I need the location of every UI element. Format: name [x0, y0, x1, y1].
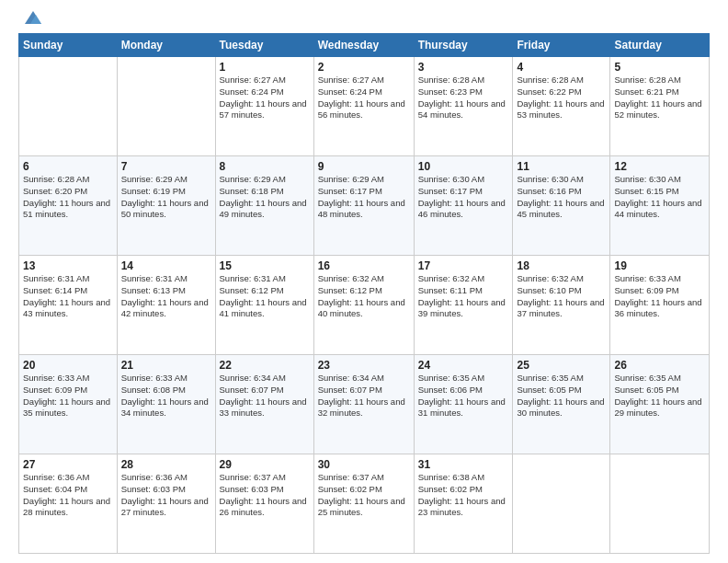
day-number: 18 — [517, 259, 606, 272]
day-info: Sunrise: 6:29 AM Sunset: 6:19 PM Dayligh… — [121, 174, 211, 221]
weekday-header-monday: Monday — [117, 34, 215, 57]
day-info: Sunrise: 6:31 AM Sunset: 6:12 PM Dayligh… — [220, 273, 310, 320]
day-info: Sunrise: 6:32 AM Sunset: 6:12 PM Dayligh… — [318, 273, 410, 320]
weekday-header-thursday: Thursday — [414, 34, 513, 57]
day-number: 9 — [318, 160, 410, 173]
day-cell: 27Sunrise: 6:36 AM Sunset: 6:04 PM Dayli… — [19, 454, 118, 554]
day-info: Sunrise: 6:28 AM Sunset: 6:23 PM Dayligh… — [418, 75, 509, 121]
day-cell: 10Sunrise: 6:30 AM Sunset: 6:17 PM Dayli… — [414, 156, 513, 256]
day-number: 17 — [418, 259, 509, 272]
day-cell: 24Sunrise: 6:35 AM Sunset: 6:06 PM Dayli… — [414, 355, 513, 454]
day-cell: 18Sunrise: 6:32 AM Sunset: 6:10 PM Dayli… — [513, 256, 610, 355]
calendar-table: SundayMondayTuesdayWednesdayThursdayFrid… — [18, 33, 710, 554]
day-info: Sunrise: 6:38 AM Sunset: 6:02 PM Dayligh… — [418, 472, 509, 519]
day-cell: 29Sunrise: 6:37 AM Sunset: 6:03 PM Dayli… — [215, 454, 313, 554]
day-number: 11 — [517, 160, 606, 173]
day-cell — [19, 57, 118, 156]
day-info: Sunrise: 6:34 AM Sunset: 6:07 PM Dayligh… — [220, 373, 310, 419]
day-info: Sunrise: 6:36 AM Sunset: 6:03 PM Dayligh… — [121, 472, 211, 519]
day-info: Sunrise: 6:32 AM Sunset: 6:11 PM Dayligh… — [418, 273, 509, 320]
day-info: Sunrise: 6:27 AM Sunset: 6:24 PM Dayligh… — [318, 75, 410, 121]
day-cell: 6Sunrise: 6:28 AM Sunset: 6:20 PM Daylig… — [19, 156, 118, 256]
day-number: 30 — [318, 458, 410, 471]
day-number: 27 — [23, 458, 113, 471]
day-info: Sunrise: 6:31 AM Sunset: 6:14 PM Dayligh… — [23, 273, 113, 320]
day-info: Sunrise: 6:30 AM Sunset: 6:17 PM Dayligh… — [418, 174, 509, 221]
day-cell: 11Sunrise: 6:30 AM Sunset: 6:16 PM Dayli… — [513, 156, 610, 256]
day-cell: 5Sunrise: 6:28 AM Sunset: 6:21 PM Daylig… — [610, 57, 710, 156]
day-info: Sunrise: 6:33 AM Sunset: 6:09 PM Dayligh… — [23, 373, 113, 419]
day-cell: 3Sunrise: 6:28 AM Sunset: 6:23 PM Daylig… — [414, 57, 513, 156]
week-row-3: 13Sunrise: 6:31 AM Sunset: 6:14 PM Dayli… — [19, 256, 710, 355]
day-number: 5 — [614, 61, 705, 74]
day-info: Sunrise: 6:33 AM Sunset: 6:08 PM Dayligh… — [121, 373, 211, 419]
weekday-header-wednesday: Wednesday — [313, 34, 414, 57]
weekday-header-tuesday: Tuesday — [215, 34, 313, 57]
day-info: Sunrise: 6:33 AM Sunset: 6:09 PM Dayligh… — [614, 273, 705, 320]
weekday-header-saturday: Saturday — [610, 34, 710, 57]
day-number: 10 — [418, 160, 509, 173]
day-number: 22 — [220, 359, 310, 372]
day-info: Sunrise: 6:28 AM Sunset: 6:21 PM Dayligh… — [614, 75, 705, 121]
weekday-header-friday: Friday — [513, 34, 610, 57]
day-number: 14 — [121, 259, 211, 272]
day-info: Sunrise: 6:34 AM Sunset: 6:07 PM Dayligh… — [318, 373, 410, 419]
day-info: Sunrise: 6:35 AM Sunset: 6:05 PM Dayligh… — [517, 373, 606, 419]
day-cell: 1Sunrise: 6:27 AM Sunset: 6:24 PM Daylig… — [215, 57, 313, 156]
week-row-4: 20Sunrise: 6:33 AM Sunset: 6:09 PM Dayli… — [19, 355, 710, 454]
day-cell — [610, 454, 710, 554]
day-info: Sunrise: 6:30 AM Sunset: 6:16 PM Dayligh… — [517, 174, 606, 221]
day-number: 23 — [318, 359, 410, 372]
day-number: 3 — [418, 61, 509, 74]
day-number: 24 — [418, 359, 509, 372]
day-info: Sunrise: 6:29 AM Sunset: 6:18 PM Dayligh… — [220, 174, 310, 221]
day-cell: 26Sunrise: 6:35 AM Sunset: 6:05 PM Dayli… — [610, 355, 710, 454]
week-row-1: 1Sunrise: 6:27 AM Sunset: 6:24 PM Daylig… — [19, 57, 710, 156]
logo-icon — [23, 9, 43, 26]
page: SundayMondayTuesdayWednesdayThursdayFrid… — [0, 0, 728, 563]
day-cell: 4Sunrise: 6:28 AM Sunset: 6:22 PM Daylig… — [513, 57, 610, 156]
day-cell: 23Sunrise: 6:34 AM Sunset: 6:07 PM Dayli… — [313, 355, 414, 454]
day-cell: 17Sunrise: 6:32 AM Sunset: 6:11 PM Dayli… — [414, 256, 513, 355]
day-cell: 30Sunrise: 6:37 AM Sunset: 6:02 PM Dayli… — [313, 454, 414, 554]
day-cell: 28Sunrise: 6:36 AM Sunset: 6:03 PM Dayli… — [117, 454, 215, 554]
day-number: 6 — [23, 160, 113, 173]
day-number: 4 — [517, 61, 606, 74]
day-cell: 31Sunrise: 6:38 AM Sunset: 6:02 PM Dayli… — [414, 454, 513, 554]
day-info: Sunrise: 6:28 AM Sunset: 6:22 PM Dayligh… — [517, 75, 606, 121]
day-number: 31 — [418, 458, 509, 471]
day-cell: 19Sunrise: 6:33 AM Sunset: 6:09 PM Dayli… — [610, 256, 710, 355]
day-cell: 15Sunrise: 6:31 AM Sunset: 6:12 PM Dayli… — [215, 256, 313, 355]
week-row-2: 6Sunrise: 6:28 AM Sunset: 6:20 PM Daylig… — [19, 156, 710, 256]
day-number: 13 — [23, 259, 113, 272]
day-number: 21 — [121, 359, 211, 372]
day-info: Sunrise: 6:29 AM Sunset: 6:17 PM Dayligh… — [318, 174, 410, 221]
day-cell: 25Sunrise: 6:35 AM Sunset: 6:05 PM Dayli… — [513, 355, 610, 454]
day-cell: 7Sunrise: 6:29 AM Sunset: 6:19 PM Daylig… — [117, 156, 215, 256]
day-number: 26 — [614, 359, 705, 372]
day-cell: 21Sunrise: 6:33 AM Sunset: 6:08 PM Dayli… — [117, 355, 215, 454]
day-cell: 14Sunrise: 6:31 AM Sunset: 6:13 PM Dayli… — [117, 256, 215, 355]
day-info: Sunrise: 6:27 AM Sunset: 6:24 PM Dayligh… — [220, 75, 310, 121]
day-info: Sunrise: 6:36 AM Sunset: 6:04 PM Dayligh… — [23, 472, 113, 519]
logo — [18, 15, 43, 26]
day-number: 29 — [220, 458, 310, 471]
day-cell — [117, 57, 215, 156]
weekday-header-row: SundayMondayTuesdayWednesdayThursdayFrid… — [19, 34, 710, 57]
day-info: Sunrise: 6:35 AM Sunset: 6:05 PM Dayligh… — [614, 373, 705, 419]
day-cell: 2Sunrise: 6:27 AM Sunset: 6:24 PM Daylig… — [313, 57, 414, 156]
day-cell: 9Sunrise: 6:29 AM Sunset: 6:17 PM Daylig… — [313, 156, 414, 256]
day-number: 8 — [220, 160, 310, 173]
day-info: Sunrise: 6:31 AM Sunset: 6:13 PM Dayligh… — [121, 273, 211, 320]
day-cell: 13Sunrise: 6:31 AM Sunset: 6:14 PM Dayli… — [19, 256, 118, 355]
day-number: 2 — [318, 61, 410, 74]
week-row-5: 27Sunrise: 6:36 AM Sunset: 6:04 PM Dayli… — [19, 454, 710, 554]
day-number: 12 — [614, 160, 705, 173]
day-cell: 22Sunrise: 6:34 AM Sunset: 6:07 PM Dayli… — [215, 355, 313, 454]
day-info: Sunrise: 6:37 AM Sunset: 6:02 PM Dayligh… — [318, 472, 410, 519]
day-number: 28 — [121, 458, 211, 471]
day-cell: 20Sunrise: 6:33 AM Sunset: 6:09 PM Dayli… — [19, 355, 118, 454]
day-cell: 16Sunrise: 6:32 AM Sunset: 6:12 PM Dayli… — [313, 256, 414, 355]
weekday-header-sunday: Sunday — [19, 34, 118, 57]
day-number: 7 — [121, 160, 211, 173]
